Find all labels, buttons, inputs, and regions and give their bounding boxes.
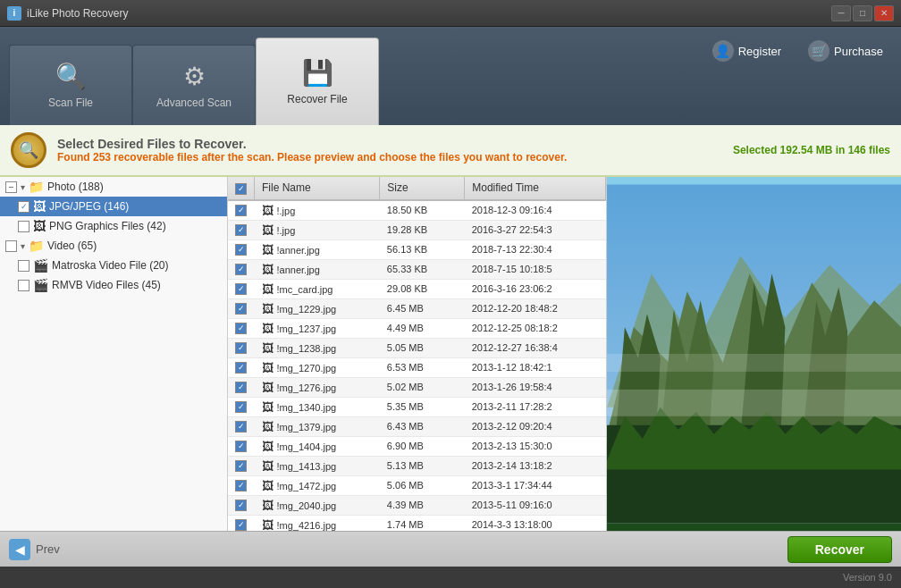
tree-item-video[interactable]: ▾ 📁 Video (65) [0, 236, 227, 256]
table-row[interactable]: 🖼!mg_1379.jpg 6.43 MB 2013-2-12 09:20:4 [228, 416, 606, 436]
row-check-cell[interactable] [228, 475, 255, 495]
row-check-cell[interactable] [228, 397, 255, 416]
row-checkbox[interactable] [235, 441, 247, 452]
rmvb-checkbox[interactable] [18, 280, 29, 291]
video-checkbox[interactable] [5, 240, 17, 252]
matroska-checkbox[interactable] [18, 260, 29, 272]
row-checkbox[interactable] [235, 401, 247, 413]
row-checkbox[interactable] [235, 500, 247, 511]
table-row[interactable]: 🖼!mg_1472.jpg 5.06 MB 2013-3-1 17:34:44 [228, 475, 606, 495]
table-row[interactable]: 🖼!mg_1340.jpg 5.35 MB 2013-2-11 17:28:2 [228, 397, 606, 416]
table-row[interactable]: 🖼!mg_1270.jpg 6.53 MB 2013-1-12 18:42:1 [228, 357, 606, 377]
tree-item-png[interactable]: 🖼 PNG Graphics Files (42) [0, 216, 227, 236]
row-check-cell[interactable] [228, 377, 255, 397]
minimize-button[interactable]: ─ [831, 5, 851, 21]
row-check-cell[interactable] [228, 357, 255, 377]
row-check-cell[interactable] [228, 416, 255, 436]
table-row[interactable]: 🖼!mc_card.jpg 29.08 KB 2016-3-16 23:06:2 [228, 279, 606, 298]
row-check-cell[interactable] [228, 495, 255, 515]
table-row[interactable]: 🖼!.jpg 19.28 KB 2016-3-27 22:54:3 [228, 220, 606, 239]
table-row[interactable]: 🖼!.jpg 18.50 KB 2018-12-3 09:16:4 [228, 200, 606, 221]
photo-checkbox[interactable]: – [5, 181, 17, 193]
row-check-cell[interactable] [228, 259, 255, 279]
table-row[interactable]: 🖼!mg_4216.jpg 1.74 MB 2014-3-3 13:18:00 [228, 515, 606, 531]
col-modified: Modified Time [465, 177, 606, 200]
row-size: 4.39 MB [380, 495, 465, 515]
tab-recover-file-label: Recover File [287, 93, 347, 105]
jpg-checkbox[interactable] [18, 201, 29, 213]
table-row[interactable]: 🖼!mg_1413.jpg 5.13 MB 2013-2-14 13:18:2 [228, 456, 606, 475]
titlebar-controls: ─ □ ✕ [831, 5, 894, 21]
table-row[interactable]: 🖼!mg_1404.jpg 6.90 MB 2013-2-13 15:30:0 [228, 436, 606, 456]
tab-advanced-scan[interactable]: ⚙ Advanced Scan [132, 45, 256, 125]
row-checkbox[interactable] [235, 303, 247, 315]
prev-button[interactable]: ◀ Prev [9, 539, 60, 560]
tab-scan-file[interactable]: 🔍 Scan File [9, 45, 132, 125]
row-checkbox[interactable] [235, 342, 247, 354]
row-check-cell[interactable] [228, 515, 255, 531]
row-check-cell[interactable] [228, 318, 255, 338]
row-check-cell[interactable] [228, 220, 255, 239]
recover-button[interactable]: Recover [787, 536, 892, 563]
row-filename: 🖼!mg_1413.jpg [255, 456, 380, 475]
row-check-cell[interactable] [228, 200, 255, 221]
row-size: 29.08 KB [380, 279, 465, 298]
row-file-icon: 🖼 [262, 499, 274, 512]
table-row[interactable]: 🖼!mg_1276.jpg 5.02 MB 2013-1-26 19:58:4 [228, 377, 606, 397]
row-checkbox[interactable] [235, 224, 247, 236]
close-button[interactable]: ✕ [874, 5, 894, 21]
row-check-cell[interactable] [228, 456, 255, 475]
row-file-icon: 🖼 [262, 518, 274, 532]
titlebar: i iLike Photo Recovery ─ □ ✕ [0, 0, 901, 27]
tree-item-jpg[interactable]: 🖼 JPG/JPEG (146) [0, 197, 227, 216]
row-checkbox[interactable] [235, 519, 247, 531]
png-checkbox[interactable] [18, 221, 29, 232]
tab-recover-file[interactable]: 💾 Recover File [256, 38, 379, 125]
table-row[interactable]: 🖼!mg_2040.jpg 4.39 MB 2013-5-11 09:16:0 [228, 495, 606, 515]
file-table-wrapper[interactable]: File Name Size Modified Time 🖼!.jpg 18.5… [228, 177, 606, 531]
row-size: 6.43 MB [380, 416, 465, 436]
row-check-cell[interactable] [228, 239, 255, 259]
tree-item-matroska[interactable]: 🎬 Matroska Video File (20) [0, 256, 227, 275]
tree-item-rmvb[interactable]: 🎬 RMVB Video Files (45) [0, 275, 227, 295]
row-checkbox[interactable] [235, 283, 247, 295]
select-all-checkbox[interactable] [235, 183, 247, 195]
table-row[interactable]: 🖼!mg_1229.jpg 6.45 MB 2012-12-20 18:48:2 [228, 298, 606, 318]
header: 👤 Register 🛒 Purchase 🔍 Scan File ⚙ Adva… [0, 27, 901, 125]
row-file-icon: 🖼 [262, 400, 274, 414]
row-file-icon: 🖼 [262, 459, 274, 473]
row-file-icon: 🖼 [262, 322, 274, 335]
row-check-cell[interactable] [228, 338, 255, 357]
row-checkbox[interactable] [235, 460, 247, 472]
register-icon: 👤 [712, 40, 734, 62]
row-check-cell[interactable] [228, 279, 255, 298]
row-checkbox[interactable] [235, 264, 247, 275]
row-checkbox[interactable] [235, 323, 247, 334]
row-check-cell[interactable] [228, 298, 255, 318]
row-check-cell[interactable] [228, 436, 255, 456]
tree-item-photo[interactable]: – ▾ 📁 Photo (188) [0, 177, 227, 197]
row-checkbox[interactable] [235, 362, 247, 374]
register-button[interactable]: 👤 Register [703, 36, 790, 66]
row-filename: 🖼!anner.jpg [255, 239, 380, 259]
purchase-button[interactable]: 🛒 Purchase [799, 36, 892, 66]
row-checkbox[interactable] [235, 244, 247, 256]
col-size: Size [380, 177, 465, 200]
file-table: File Name Size Modified Time 🖼!.jpg 18.5… [228, 177, 606, 531]
table-row[interactable]: 🖼!mg_1238.jpg 5.05 MB 2012-12-27 16:38:4 [228, 338, 606, 357]
row-size: 65.33 KB [380, 259, 465, 279]
table-row[interactable]: 🖼!anner.jpg 56.13 KB 2018-7-13 22:30:4 [228, 239, 606, 259]
maximize-button[interactable]: □ [853, 5, 872, 21]
col-check[interactable] [228, 177, 255, 200]
row-checkbox[interactable] [235, 480, 247, 491]
row-filename: 🖼!mg_1229.jpg [255, 298, 380, 318]
row-checkbox[interactable] [235, 205, 247, 216]
row-filename: 🖼!mg_1238.jpg [255, 338, 380, 357]
row-checkbox[interactable] [235, 382, 247, 393]
row-filename: 🖼!mg_1276.jpg [255, 377, 380, 397]
table-row[interactable]: 🖼!mg_1237.jpg 4.49 MB 2012-12-25 08:18:2 [228, 318, 606, 338]
photo-folder-icon: 📁 [29, 180, 44, 194]
row-modified: 2012-12-25 08:18:2 [465, 318, 606, 338]
table-row[interactable]: 🖼!anner.jpg 65.33 KB 2018-7-15 10:18:5 [228, 259, 606, 279]
row-checkbox[interactable] [235, 421, 247, 433]
